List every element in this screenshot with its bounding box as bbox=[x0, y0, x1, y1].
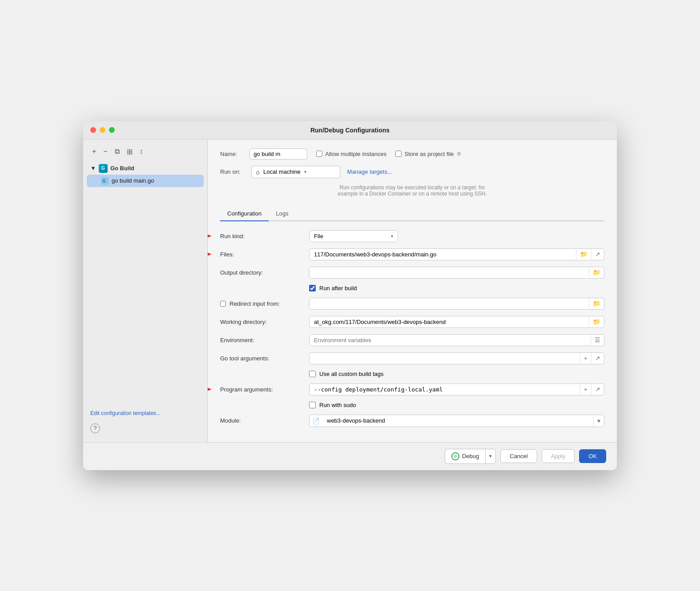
close-button[interactable] bbox=[90, 127, 96, 133]
module-input[interactable] bbox=[322, 415, 593, 426]
output-dir-folder-button[interactable]: 📁 bbox=[589, 267, 604, 278]
dialog-body: + − ⧉ ⊞ ↕ ▼ G Go Build G go build main.g… bbox=[83, 140, 617, 442]
sidebar-item-label: go build main.go bbox=[112, 177, 154, 184]
help-button[interactable]: ? bbox=[90, 423, 100, 433]
ok-button[interactable]: OK bbox=[579, 449, 606, 463]
redirect-input-field[interactable] bbox=[310, 298, 589, 309]
debug-icon: ⚙ bbox=[451, 452, 459, 460]
module-dropdown-button[interactable]: ▾ bbox=[593, 415, 604, 426]
environment-label: Environment: bbox=[220, 337, 309, 343]
go-build-group-icon: G bbox=[99, 164, 108, 173]
redirect-input-checkbox[interactable] bbox=[220, 301, 226, 307]
files-expand-button[interactable]: ↗ bbox=[591, 249, 604, 260]
files-arrow bbox=[208, 245, 216, 263]
config-section: Run kind: File ▾ bbox=[220, 221, 604, 427]
go-file-icon: G bbox=[101, 177, 109, 185]
run-after-build-checkbox[interactable] bbox=[309, 285, 316, 292]
sidebar-group-header[interactable]: ▼ G Go Build bbox=[87, 162, 204, 175]
chevron-down-icon: ▾ bbox=[597, 417, 600, 424]
go-tool-args-label: Go tool arguments: bbox=[220, 355, 309, 362]
expand-icon: ↗ bbox=[595, 251, 600, 258]
title-bar: Run/Debug Configurations bbox=[83, 121, 617, 140]
remove-config-button[interactable]: − bbox=[101, 147, 109, 157]
program-args-row: Program arguments: + ↗ bbox=[220, 383, 604, 395]
minimize-button[interactable] bbox=[100, 127, 105, 133]
working-dir-input[interactable] bbox=[310, 316, 589, 327]
maximize-button[interactable] bbox=[109, 127, 115, 133]
expand-icon: ↗ bbox=[595, 386, 600, 393]
edit-templates-link[interactable]: Edit configuration templates... bbox=[87, 405, 204, 420]
copy-config-button[interactable]: ⧉ bbox=[113, 147, 121, 157]
chevron-down-icon: ▼ bbox=[90, 165, 96, 172]
chevron-down-icon: ▾ bbox=[489, 453, 492, 459]
folder-icon: 📁 bbox=[593, 269, 600, 276]
list-icon: ☰ bbox=[595, 336, 600, 343]
program-args-input[interactable] bbox=[310, 384, 580, 395]
debug-button-group: ⚙ Debug ▾ bbox=[445, 449, 496, 464]
program-args-add-button[interactable]: + bbox=[580, 384, 591, 395]
working-dir-folder-button[interactable]: 📁 bbox=[589, 316, 604, 327]
files-label: Files: bbox=[220, 251, 309, 258]
redirect-folder-button[interactable]: 📁 bbox=[589, 298, 604, 309]
output-dir-label: Output directory: bbox=[220, 269, 309, 276]
module-input-group: 📄 ▾ bbox=[309, 415, 604, 427]
files-input[interactable] bbox=[310, 249, 576, 260]
program-args-label: Program arguments: bbox=[220, 386, 309, 393]
local-machine-label: Local machine bbox=[263, 168, 301, 175]
bottom-bar: ⚙ Debug ▾ Cancel Apply OK bbox=[83, 442, 617, 470]
files-input-group: 📁 ↗ bbox=[309, 248, 604, 260]
apply-button[interactable]: Apply bbox=[542, 449, 575, 463]
environment-list-button[interactable]: ☰ bbox=[591, 335, 604, 345]
working-dir-input-group: 📁 bbox=[309, 316, 604, 328]
run-kind-dropdown[interactable]: File ▾ bbox=[309, 230, 398, 242]
run-on-row: Run on: ⌂ Local machine ▾ Manage targets… bbox=[220, 166, 604, 178]
tabs: Configuration Logs bbox=[220, 207, 604, 221]
sort-button[interactable]: ↕ bbox=[138, 147, 145, 157]
add-config-button[interactable]: + bbox=[90, 147, 98, 157]
program-args-expand-button[interactable]: ↗ bbox=[591, 384, 604, 395]
redirect-input-group: 📁 bbox=[309, 298, 604, 310]
folder-icon: 📁 bbox=[593, 300, 600, 307]
plus-icon: + bbox=[584, 355, 587, 362]
name-row: Name: Allow multiple instances Store as … bbox=[220, 148, 604, 160]
expand-icon: ↗ bbox=[595, 355, 600, 362]
working-dir-label: Working directory: bbox=[220, 319, 309, 325]
output-dir-input[interactable] bbox=[310, 267, 589, 278]
environment-input[interactable] bbox=[310, 335, 591, 346]
program-args-arrow bbox=[208, 380, 216, 398]
folder-icon: 📁 bbox=[593, 318, 600, 325]
custom-build-tags-label: Use all custom build tags bbox=[319, 371, 384, 377]
custom-build-tags-row: Use all custom build tags bbox=[220, 371, 604, 377]
run-with-sudo-checkbox[interactable] bbox=[309, 402, 316, 408]
run-with-sudo-label: Run with sudo bbox=[319, 402, 356, 408]
redirect-input-row: Redirect input from: 📁 bbox=[220, 298, 604, 310]
go-tool-args-input[interactable] bbox=[310, 353, 580, 364]
debug-dropdown-button[interactable]: ▾ bbox=[485, 449, 496, 464]
tab-logs[interactable]: Logs bbox=[269, 207, 295, 221]
store-as-project-checkbox[interactable] bbox=[395, 151, 402, 157]
run-on-dropdown[interactable]: ⌂ Local machine ▾ bbox=[251, 166, 340, 178]
sidebar-toolbar: + − ⧉ ⊞ ↕ bbox=[87, 145, 204, 162]
go-tool-args-add-button[interactable]: + bbox=[580, 353, 591, 363]
tab-configuration[interactable]: Configuration bbox=[220, 207, 269, 221]
module-label: Module: bbox=[220, 417, 309, 424]
new-folder-button[interactable]: ⊞ bbox=[125, 147, 134, 157]
gear-icon: ⚙ bbox=[457, 151, 461, 157]
manage-targets-link[interactable]: Manage targets... bbox=[347, 168, 392, 175]
store-as-project-label: Store as project file bbox=[404, 151, 454, 157]
sidebar-item-go-build-main[interactable]: G go build main.go bbox=[87, 175, 204, 187]
module-icon: 📄 bbox=[310, 415, 322, 427]
debug-button[interactable]: ⚙ Debug bbox=[445, 449, 485, 464]
allow-multiple-checkbox[interactable] bbox=[316, 151, 322, 157]
home-icon: ⌂ bbox=[256, 168, 260, 176]
run-debug-dialog: Run/Debug Configurations + − ⧉ ⊞ ↕ ▼ G G… bbox=[83, 121, 617, 470]
environment-input-group: ☰ bbox=[309, 334, 604, 346]
go-tool-args-expand-button[interactable]: ↗ bbox=[591, 353, 604, 363]
name-input[interactable] bbox=[249, 148, 307, 160]
cancel-button[interactable]: Cancel bbox=[500, 449, 537, 463]
files-folder-button[interactable]: 📁 bbox=[576, 249, 591, 260]
go-tool-args-row: Go tool arguments: + ↗ bbox=[220, 352, 604, 364]
custom-build-tags-checkbox[interactable] bbox=[309, 371, 316, 377]
chevron-down-icon: ▾ bbox=[391, 234, 393, 239]
working-dir-row: Working directory: 📁 bbox=[220, 316, 604, 328]
